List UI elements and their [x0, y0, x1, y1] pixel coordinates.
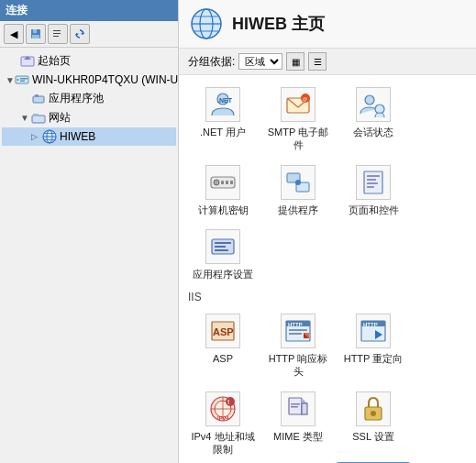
svg-rect-39: [230, 181, 233, 184]
tree-label-sites: 网站: [49, 110, 71, 126]
svg-point-77: [371, 411, 376, 416]
header-globe-icon: [190, 7, 223, 40]
section-iis-label: IIS: [188, 291, 469, 303]
svg-rect-75: [291, 406, 298, 408]
icon-session[interactable]: 会话状态: [337, 81, 410, 157]
svg-marker-6: [81, 32, 83, 35]
back-button[interactable]: ◀: [4, 24, 24, 44]
svg-text:!: !: [227, 399, 229, 405]
refresh-button[interactable]: [70, 24, 90, 44]
svg-rect-47: [367, 186, 374, 188]
svg-text:@: @: [303, 96, 307, 102]
icon-ipv4[interactable]: IPv4 ! IPv4 地址和域限制: [186, 385, 260, 461]
icon-ipv4-label: IPv4 地址和域限制: [191, 430, 255, 457]
view-list-button[interactable]: ☰: [308, 52, 327, 71]
svg-rect-13: [20, 81, 25, 83]
svg-rect-3: [53, 30, 61, 31]
svg-rect-16: [32, 116, 45, 123]
svg-rect-74: [291, 403, 300, 405]
icon-appcfg[interactable]: 应用程序设置: [186, 223, 260, 285]
edit-button[interactable]: [48, 24, 68, 44]
tree-item-hiweb[interactable]: ▷ HIWEB: [2, 127, 176, 146]
svg-rect-1: [33, 29, 37, 33]
icon-asp-label: ASP: [213, 352, 233, 365]
icon-machinekey-label: 计算机密钥: [198, 204, 249, 216]
icon-net-user[interactable]: .NET .NET 用户: [186, 81, 260, 157]
left-panel: 连接 ◀: [0, 0, 179, 463]
svg-text:.NET: .NET: [217, 97, 233, 104]
svg-marker-7: [76, 33, 79, 36]
tree-area: 起始页 ▼ WIN-UKHR0P4TQXU (WIN-UK: [0, 48, 178, 463]
tree-label-server: WIN-UKHR0P4TQXU (WIN-UK: [32, 73, 178, 86]
svg-point-11: [17, 79, 18, 81]
tree-item-server[interactable]: ▼ WIN-UKHR0P4TQXU (WIN-UK: [2, 71, 176, 89]
svg-rect-12: [20, 78, 28, 80]
page-title: HIWEB 主页: [232, 13, 325, 35]
svg-text:HTTP: HTTP: [288, 322, 303, 327]
icon-smtp-label: SMTP 电子邮件: [266, 126, 330, 152]
svg-rect-17: [33, 114, 39, 116]
svg-rect-49: [215, 242, 231, 244]
svg-rect-5: [53, 36, 59, 37]
group-bar: 分组依据: 区域 无 ▦ ☰: [179, 49, 476, 75]
svg-rect-50: [215, 246, 226, 248]
svg-rect-44: [367, 175, 380, 177]
tree-label-apppool: 应用程序池: [49, 91, 104, 106]
view-grid-button[interactable]: ▦: [286, 52, 304, 71]
icon-net-user-label: .NET 用户: [200, 126, 246, 138]
svg-point-42: [295, 180, 301, 185]
svg-rect-57: [289, 329, 307, 331]
section-net-grid: .NET .NET 用户 @ SMTP 电子邮件: [186, 81, 469, 285]
icon-page-label: 页面和控件: [349, 204, 399, 216]
svg-rect-38: [226, 181, 228, 184]
tree-item-start[interactable]: 起始页: [2, 51, 176, 71]
svg-point-33: [365, 95, 374, 105]
right-panel: HIWEB 主页 分组依据: 区域 无 ▦ ☰ .NET .NET 用户: [179, 0, 476, 463]
right-header: HIWEB 主页: [179, 0, 476, 49]
svg-rect-51: [215, 249, 228, 251]
section-iis-grid: ASP ASP HTTP: [186, 307, 469, 463]
svg-point-36: [214, 180, 219, 185]
svg-rect-37: [221, 181, 224, 184]
svg-text:IPv4: IPv4: [217, 415, 229, 421]
svg-marker-72: [302, 398, 307, 403]
svg-rect-46: [367, 182, 378, 184]
icon-redirect-label: HTTP 重定向: [344, 352, 404, 365]
icon-session-label: 会话状态: [353, 126, 393, 138]
icons-area: .NET .NET 用户 @ SMTP 电子邮件: [179, 75, 476, 463]
svg-rect-45: [367, 179, 376, 181]
icon-ssl[interactable]: SSL 设置: [337, 385, 410, 461]
svg-text:ASP: ASP: [213, 326, 234, 337]
group-by-select[interactable]: 区域 无: [238, 53, 282, 70]
icon-asp[interactable]: ASP ASP: [186, 307, 260, 383]
group-by-label: 分组依据:: [188, 54, 235, 70]
icon-smtp[interactable]: @ SMTP 电子邮件: [261, 81, 335, 157]
tree-item-apppool[interactable]: 应用程序池: [2, 89, 176, 108]
left-panel-header: 连接: [0, 0, 178, 21]
svg-rect-2: [32, 35, 39, 39]
icon-machinekey[interactable]: 计算机密钥: [186, 159, 260, 221]
icon-appcfg-label: 应用程序设置: [193, 268, 253, 281]
svg-rect-4: [53, 33, 61, 34]
save-button[interactable]: [26, 24, 46, 44]
icon-ssl-label: SSL 设置: [352, 430, 393, 443]
svg-rect-15: [35, 94, 39, 97]
icon-page[interactable]: 页面和控件: [337, 159, 410, 221]
icon-provide[interactable]: 提供程序: [261, 159, 335, 221]
svg-rect-73: [302, 403, 307, 414]
svg-rect-58: [289, 333, 302, 335]
svg-text:HTTP: HTTP: [363, 322, 378, 327]
icon-httpheader-label: HTTP 响应标头: [266, 352, 330, 379]
tree-item-sites[interactable]: ▼ 网站: [2, 108, 176, 127]
tree-label-hiweb: HIWEB: [60, 130, 95, 143]
icon-mime-label: MIME 类型: [273, 430, 323, 443]
icon-redirect[interactable]: HTTP HTTP 重定向: [337, 307, 410, 383]
svg-rect-14: [33, 96, 44, 103]
icon-httpheader[interactable]: HTTP HTTP 响应标头: [261, 307, 335, 383]
icon-provide-label: 提供程序: [278, 204, 318, 216]
tree-label-start: 起始页: [38, 53, 71, 69]
icon-mime[interactable]: MIME 类型: [261, 385, 335, 461]
left-toolbar: ◀: [0, 21, 178, 48]
